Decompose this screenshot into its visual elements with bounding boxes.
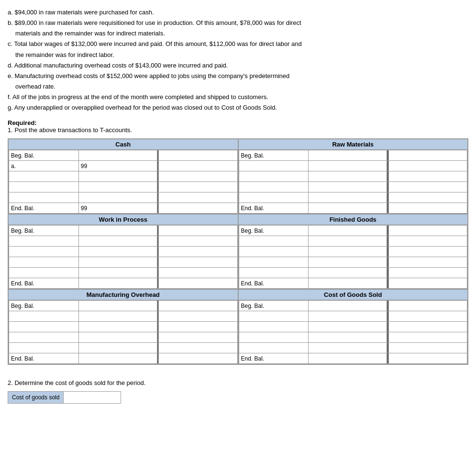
work-in-process-account: Work in Process Beg. Bal. xyxy=(8,214,238,289)
cash-row5-credit[interactable] xyxy=(159,192,237,203)
cash-row3-debit[interactable] xyxy=(78,171,157,182)
cash-row4-debit[interactable] xyxy=(78,182,157,192)
wip-row2-debit[interactable] xyxy=(78,236,157,247)
cogs-row4-credit[interactable] xyxy=(388,332,467,343)
fg-row3-debit[interactable] xyxy=(309,247,387,257)
wip-end-credit[interactable] xyxy=(159,278,237,289)
t-accounts-container: Cash Beg. Bal. a. 99 xyxy=(8,138,468,365)
cash-end-credit[interactable] xyxy=(159,203,237,214)
fg-end-debit[interactable] xyxy=(309,278,387,289)
mo-row1-credit[interactable] xyxy=(159,301,237,311)
mo-row1-debit[interactable] xyxy=(78,301,157,311)
cogs-row2-credit[interactable] xyxy=(388,311,467,322)
table-row xyxy=(239,161,467,171)
fg-row3-credit[interactable] xyxy=(388,247,467,257)
cash-end-label: End. Bal. xyxy=(9,203,79,214)
rm-row1-debit[interactable] xyxy=(309,150,387,161)
wip-row5-credit[interactable] xyxy=(159,268,237,278)
fg-row1-debit[interactable] xyxy=(309,226,387,236)
cogs-row3-debit[interactable] xyxy=(309,322,387,332)
table-row: Beg. Bal. xyxy=(239,226,467,236)
rm-row5-debit[interactable] xyxy=(309,192,387,203)
wip-row5-debit[interactable] xyxy=(78,268,157,278)
question-2: 2. Determine the cost of goods sold for … xyxy=(8,379,468,386)
line-f: f. All of the jobs in progress at the en… xyxy=(8,92,468,102)
mo-end-debit[interactable] xyxy=(78,353,157,364)
fg-row4-credit[interactable] xyxy=(388,257,467,268)
cogs-row5-debit[interactable] xyxy=(309,343,387,353)
cogs-row4-debit[interactable] xyxy=(309,332,387,343)
cash-row1-credit[interactable] xyxy=(159,150,237,161)
mo-row5-credit[interactable] xyxy=(159,343,237,353)
cogs-row1-debit[interactable] xyxy=(309,301,387,311)
fg-row5-credit[interactable] xyxy=(388,268,467,278)
cogs-row2-debit[interactable] xyxy=(309,311,387,322)
wip-row1-credit[interactable] xyxy=(159,226,237,236)
table-row: a. 99 xyxy=(9,161,238,171)
fg-row4-debit[interactable] xyxy=(309,257,387,268)
fg-row2-label xyxy=(239,236,309,247)
cash-row5-label xyxy=(9,192,79,203)
cash-row5-debit[interactable] xyxy=(78,192,157,203)
cogs-row1-credit[interactable] xyxy=(388,301,467,311)
fg-row2-debit[interactable] xyxy=(309,236,387,247)
cash-row4-credit[interactable] xyxy=(159,182,237,192)
cogs-table: Beg. Bal. xyxy=(239,300,468,364)
cost-of-goods-sold-input[interactable] xyxy=(64,391,121,404)
wip-row2-credit[interactable] xyxy=(159,236,237,247)
mo-row4-credit[interactable] xyxy=(159,332,237,343)
table-row: End. Bal. 99 xyxy=(9,203,238,214)
rm-row1-credit[interactable] xyxy=(388,150,467,161)
cash-row3-credit[interactable] xyxy=(159,171,237,182)
rm-end-credit[interactable] xyxy=(388,203,467,214)
table-row: Beg. Bal. xyxy=(9,150,238,161)
mo-row4-debit[interactable] xyxy=(78,332,157,343)
table-row xyxy=(9,171,238,182)
cash-row1-debit[interactable] xyxy=(78,150,157,161)
mo-row2-debit[interactable] xyxy=(78,311,157,322)
rm-row3-credit[interactable] xyxy=(388,171,467,182)
fg-end-credit[interactable] xyxy=(388,278,467,289)
cogs-row1-label: Beg. Bal. xyxy=(239,301,309,311)
wip-row1-debit[interactable] xyxy=(78,226,157,236)
rm-row2-credit[interactable] xyxy=(388,161,467,171)
cash-row2-debit[interactable]: 99 xyxy=(78,161,157,171)
cash-end-debit[interactable]: 99 xyxy=(78,203,157,214)
cash-row2-credit[interactable] xyxy=(159,161,237,171)
mo-end-credit[interactable] xyxy=(159,353,237,364)
wip-row5-label xyxy=(9,268,79,278)
cogs-row2-label xyxy=(239,311,309,322)
table-row xyxy=(9,236,238,247)
finished-goods-account: Finished Goods Beg. Bal. xyxy=(238,214,468,289)
mo-row3-credit[interactable] xyxy=(159,322,237,332)
table-row: End. Bal. xyxy=(239,203,467,214)
rm-row4-credit[interactable] xyxy=(388,182,467,192)
cash-row1-label: Beg. Bal. xyxy=(9,150,79,161)
wip-row3-credit[interactable] xyxy=(159,247,237,257)
wip-row3-debit[interactable] xyxy=(78,247,157,257)
wip-end-debit[interactable] xyxy=(78,278,157,289)
table-row xyxy=(9,332,238,343)
wip-row4-debit[interactable] xyxy=(78,257,157,268)
cogs-row3-credit[interactable] xyxy=(388,322,467,332)
mo-row2-credit[interactable] xyxy=(159,311,237,322)
cost-of-goods-sold-field[interactable] xyxy=(66,394,119,401)
rm-row5-credit[interactable] xyxy=(388,192,467,203)
mfg-overhead-table: Beg. Bal. xyxy=(9,300,238,364)
rm-row4-debit[interactable] xyxy=(309,182,387,192)
fg-row5-debit[interactable] xyxy=(309,268,387,278)
rm-end-debit[interactable] xyxy=(309,203,387,214)
rm-row3-debit[interactable] xyxy=(309,171,387,182)
mo-row5-debit[interactable] xyxy=(78,343,157,353)
mo-row3-debit[interactable] xyxy=(78,322,157,332)
cogs-end-debit[interactable] xyxy=(309,353,387,364)
wip-row2-label xyxy=(9,236,79,247)
wip-row4-label xyxy=(9,257,79,268)
fg-row1-credit[interactable] xyxy=(388,226,467,236)
rm-row2-debit[interactable] xyxy=(309,161,387,171)
table-row xyxy=(239,236,467,247)
cogs-row5-credit[interactable] xyxy=(388,343,467,353)
cogs-end-credit[interactable] xyxy=(388,353,467,364)
fg-row2-credit[interactable] xyxy=(388,236,467,247)
wip-row4-credit[interactable] xyxy=(159,257,237,268)
